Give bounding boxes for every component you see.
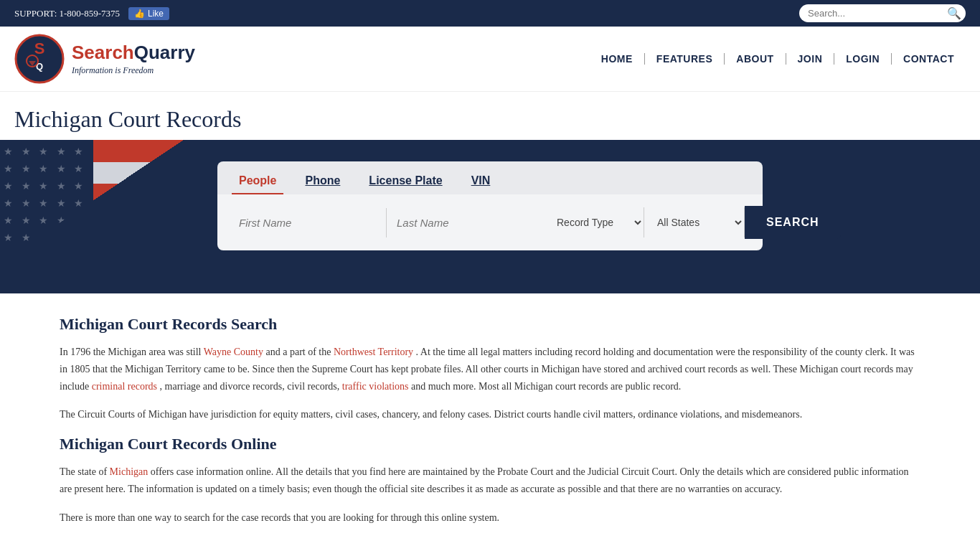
svg-text:S: S	[34, 39, 45, 57]
tab-people[interactable]: People	[232, 169, 283, 194]
flag-stars	[0, 140, 93, 293]
thumbs-up-icon: 👍	[134, 9, 145, 19]
svg-text:Q: Q	[36, 61, 43, 72]
search-icon[interactable]: 🔍	[947, 6, 961, 20]
flag-diagonal	[0, 140, 230, 293]
section2-paragraph1: The state of Michigan offers case inform…	[60, 463, 920, 498]
nav-home[interactable]: HOME	[590, 53, 645, 65]
northwest-territory-link[interactable]: Northwest Territory	[334, 347, 413, 357]
stripe-red-3	[93, 227, 230, 250]
page-title: Michigan Court Records	[14, 106, 966, 133]
section1-paragraph1: In 1796 the Michigan area was still Wayn…	[60, 344, 920, 395]
stripe-white-2	[93, 206, 230, 228]
hero-banner: People Phone License Plate VIN Record Ty…	[0, 140, 980, 293]
flag-background	[0, 140, 230, 293]
top-bar-left: SUPPORT: 1-800-859-7375 👍 Like	[14, 7, 169, 20]
tab-vin[interactable]: VIN	[464, 169, 498, 194]
section2-paragraph2: There is more than one way to search for…	[60, 509, 920, 527]
stripe-red-4	[93, 271, 230, 293]
nav-features[interactable]: FEATURES	[645, 53, 725, 65]
tab-license-plate[interactable]: License Plate	[362, 169, 449, 194]
michigan-link[interactable]: Michigan	[110, 466, 149, 477]
stripe-red-2	[93, 184, 230, 206]
logo-shield-icon: S Q	[14, 34, 65, 84]
facebook-like-button[interactable]: 👍 Like	[128, 7, 169, 20]
top-search-input[interactable]	[804, 6, 947, 20]
stripe-white-1	[93, 162, 230, 184]
criminal-records-link[interactable]: criminal records	[92, 381, 157, 392]
section2-title: Michigan Court Records Online	[60, 435, 920, 453]
top-search-bar[interactable]: 🔍	[799, 4, 966, 22]
content-area: Michigan Court Records Search In 1796 th…	[45, 293, 935, 551]
main-nav: HOME FEATURES ABOUT JOIN LOGIN CONTACT	[590, 53, 966, 65]
search-container: People Phone License Plate VIN Record Ty…	[217, 161, 763, 250]
search-form: Record Type Criminal Records Civil Recor…	[217, 194, 763, 250]
stripe-white-3	[93, 250, 230, 272]
support-phone: SUPPORT: 1-800-859-7375	[14, 8, 120, 19]
search-button[interactable]: SEARCH	[745, 206, 841, 239]
logo-area: S Q SearchSearchQuarryQuarry Information…	[14, 34, 195, 84]
stripe-red-1	[93, 140, 230, 162]
top-bar: SUPPORT: 1-800-859-7375 👍 Like 🔍	[0, 0, 980, 27]
section1-paragraph2: The Circuit Courts of Michigan have juri…	[60, 406, 920, 423]
traffic-violations-link[interactable]: traffic violations	[342, 381, 409, 392]
logo-tagline: Information is Freedom	[72, 65, 195, 76]
section1-title: Michigan Court Records Search	[60, 315, 920, 334]
nav-login[interactable]: LOGIN	[834, 53, 892, 65]
first-name-input[interactable]	[229, 208, 387, 237]
flag-stripes	[93, 140, 230, 293]
header: S Q SearchSearchQuarryQuarry Information…	[0, 27, 980, 92]
nav-join[interactable]: JOIN	[786, 53, 835, 65]
search-tabs: People Phone License Plate VIN	[217, 161, 763, 194]
record-type-select[interactable]: Record Type Criminal Records Civil Recor…	[544, 207, 644, 237]
wayne-county-link[interactable]: Wayne County	[204, 347, 263, 357]
nav-contact[interactable]: CONTACT	[892, 53, 966, 65]
nav-about[interactable]: ABOUT	[725, 53, 786, 65]
page-title-area: Michigan Court Records	[0, 92, 980, 140]
all-states-select[interactable]: All States Michigan Alabama Alaska Arizo…	[644, 207, 745, 237]
brand-name: SearchSearchQuarryQuarry	[72, 42, 195, 64]
tab-phone[interactable]: Phone	[298, 169, 347, 194]
logo-brand: SearchSearchQuarryQuarry Information is …	[72, 42, 195, 76]
last-name-input[interactable]	[387, 208, 544, 237]
